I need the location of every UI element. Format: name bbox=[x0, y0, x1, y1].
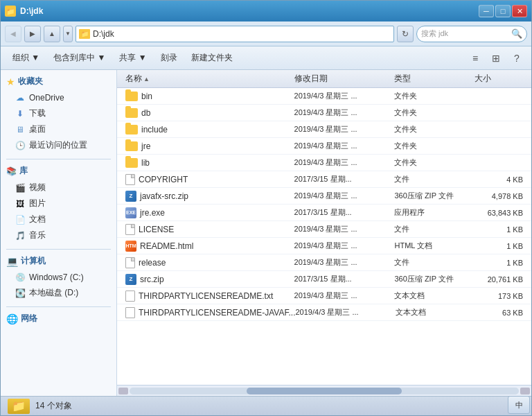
table-row[interactable]: HTM README.html 2019/4/3 星期三 ... HTML 文档… bbox=[117, 238, 531, 254]
close-button[interactable]: ✕ bbox=[512, 5, 527, 17]
back-button[interactable]: ◀ bbox=[5, 26, 21, 42]
sidebar-item-label: 下载 bbox=[29, 107, 46, 119]
favorites-header[interactable]: ★ 收藏夹 bbox=[1, 73, 116, 90]
maximize-button[interactable]: □ bbox=[495, 5, 511, 17]
include-library-button[interactable]: 包含到库中 ▼ bbox=[47, 49, 112, 67]
scroll-right-button[interactable] bbox=[520, 388, 530, 395]
star-icon: ★ bbox=[6, 76, 15, 87]
folder-icon bbox=[125, 158, 138, 168]
file-name-cell: db bbox=[120, 108, 294, 118]
table-row[interactable]: THIRDPARTYLICENSEREADME.txt 2019/4/3 星期三… bbox=[117, 288, 531, 304]
sidebar-item-c-drive[interactable]: 💿 Windows7 (C:) bbox=[1, 270, 116, 285]
table-row[interactable]: THIRDPARTYLICENSEREADME-JAVAF... 2019/4/… bbox=[117, 304, 531, 321]
file-name-cell: Z javafx-src.zip bbox=[120, 191, 294, 202]
sidebar-item-d-drive[interactable]: 💽 本地磁盘 (D:) bbox=[1, 285, 116, 301]
folder-icon bbox=[125, 108, 138, 118]
view-details-button[interactable]: ⊞ bbox=[487, 49, 505, 67]
minimize-button[interactable]: ─ bbox=[479, 5, 494, 17]
file-type: 文件夹 bbox=[394, 157, 475, 168]
search-icon[interactable]: 🔍 bbox=[511, 28, 522, 40]
sidebar-item-pictures[interactable]: 🖼 图片 bbox=[1, 196, 116, 211]
table-row[interactable]: jre 2019/4/3 星期三 ... 文件夹 bbox=[117, 138, 531, 155]
forward-button[interactable]: ▶ bbox=[24, 26, 41, 42]
up-button[interactable]: ▲ bbox=[44, 26, 60, 42]
window-icon: 📁 bbox=[5, 6, 16, 17]
table-row[interactable]: release 2019/4/3 星期三 ... 文件 1 KB bbox=[117, 254, 531, 271]
burn-button[interactable]: 刻录 bbox=[154, 49, 184, 67]
txt-icon bbox=[125, 291, 135, 302]
folder-icon bbox=[125, 125, 138, 135]
table-row[interactable]: LICENSE 2019/4/3 星期三 ... 文件 1 KB bbox=[117, 221, 531, 238]
input-method-indicator[interactable]: 中 bbox=[508, 396, 530, 414]
file-name-cell: bin bbox=[120, 92, 294, 101]
col-header-date[interactable]: 修改日期 bbox=[294, 73, 395, 85]
title-text: D:\jdk bbox=[20, 6, 43, 16]
scroll-thumb[interactable] bbox=[247, 388, 402, 395]
file-type: HTML 文档 bbox=[394, 241, 475, 251]
network-header[interactable]: 🌐 网络 bbox=[1, 310, 116, 327]
file-date: 2019/4/3 星期三 ... bbox=[294, 157, 395, 168]
file-name: LICENSE bbox=[139, 225, 174, 234]
refresh-button[interactable]: ↻ bbox=[397, 26, 414, 42]
scroll-left-button[interactable] bbox=[118, 388, 128, 395]
nav-dropdown-button[interactable]: ▼ bbox=[63, 26, 73, 42]
documents-icon: 📄 bbox=[15, 214, 26, 225]
col-header-type[interactable]: 类型 bbox=[394, 73, 475, 85]
search-wrap[interactable]: 搜索 jdk 🔍 bbox=[416, 26, 527, 42]
file-date: 2019/4/3 星期三 ... bbox=[294, 141, 395, 151]
help-button[interactable]: ? bbox=[508, 49, 526, 67]
table-row[interactable]: COPYRIGHT 2017/3/15 星期... 文件 4 KB bbox=[117, 171, 531, 188]
table-row[interactable]: include 2019/4/3 星期三 ... 文件夹 bbox=[117, 121, 531, 138]
divider bbox=[6, 249, 111, 250]
horizontal-scrollbar[interactable] bbox=[117, 385, 531, 396]
file-type: 文件 bbox=[394, 257, 475, 268]
file-type: 应用程序 bbox=[394, 207, 475, 218]
sidebar-item-documents[interactable]: 📄 文档 bbox=[1, 211, 116, 227]
new-folder-button[interactable]: 新建文件夹 bbox=[185, 49, 239, 67]
file-list-wrap: 名称 ▲ 修改日期 类型 大小 bin 2019/4/3 星期 bbox=[117, 70, 531, 396]
file-name-cell: EXE jre.exe bbox=[120, 207, 294, 218]
table-row[interactable]: lib 2019/4/3 星期三 ... 文件夹 bbox=[117, 155, 531, 171]
exe-icon: EXE bbox=[125, 207, 136, 218]
file-name: jre bbox=[141, 141, 150, 151]
search-placeholder: 搜索 jdk bbox=[421, 28, 508, 39]
view-options-button[interactable]: ≡ bbox=[466, 49, 484, 67]
sidebar-section-favorites: ★ 收藏夹 ☁ OneDrive ⬇ 下载 🖥 桌面 🕒 最近访问的位置 bbox=[1, 73, 116, 153]
file-name-cell: include bbox=[120, 125, 294, 135]
file-date: 2017/3/15 星期... bbox=[294, 274, 395, 284]
file-type: 文件夹 bbox=[394, 107, 475, 118]
file-date: 2019/4/3 星期三 ... bbox=[294, 224, 395, 234]
sidebar-item-label: 图片 bbox=[29, 198, 46, 209]
library-title: 库 bbox=[19, 165, 28, 177]
sidebar-item-music[interactable]: 🎵 音乐 bbox=[1, 227, 116, 243]
table-row[interactable]: db 2019/4/3 星期三 ... 文件夹 bbox=[117, 105, 531, 121]
table-row[interactable]: EXE jre.exe 2017/3/15 星期... 应用程序 63,843 … bbox=[117, 205, 531, 221]
organize-button[interactable]: 组织 ▼ bbox=[6, 49, 46, 67]
table-row[interactable]: Z javafx-src.zip 2019/4/3 星期三 ... 360压缩 … bbox=[117, 188, 531, 205]
sidebar-item-video[interactable]: 🎬 视频 bbox=[1, 180, 116, 196]
sidebar-item-desktop[interactable]: 🖥 桌面 bbox=[1, 121, 116, 137]
divider bbox=[6, 306, 111, 307]
table-row[interactable]: bin 2019/4/3 星期三 ... 文件夹 bbox=[117, 88, 531, 105]
sidebar-item-recent[interactable]: 🕒 最近访问的位置 bbox=[1, 137, 116, 153]
sidebar-item-onedrive[interactable]: ☁ OneDrive bbox=[1, 90, 116, 105]
drive-icon: 💽 bbox=[15, 288, 26, 299]
table-row[interactable]: Z src.zip 2017/3/15 星期... 360压缩 ZIP 文件 2… bbox=[117, 271, 531, 288]
computer-header[interactable]: 💻 计算机 bbox=[1, 252, 116, 270]
address-input-wrap[interactable]: 📁 D:\jdk bbox=[76, 26, 394, 42]
file-type: 文本文档 bbox=[396, 307, 475, 318]
music-icon: 🎵 bbox=[15, 230, 26, 241]
file-type: 文件夹 bbox=[394, 141, 475, 151]
file-name-cell: release bbox=[120, 257, 294, 268]
sidebar-item-label: 视频 bbox=[29, 182, 46, 193]
col-header-size[interactable]: 大小 bbox=[475, 73, 529, 85]
file-date: 2017/3/15 星期... bbox=[294, 207, 395, 218]
sidebar-item-label: 桌面 bbox=[29, 123, 46, 135]
share-button[interactable]: 共享 ▼ bbox=[113, 49, 152, 67]
status-folder-icon: 📁 bbox=[8, 399, 30, 414]
file-date: 2019/4/3 星期三 ... bbox=[295, 307, 395, 318]
pictures-icon: 🖼 bbox=[15, 198, 26, 209]
sidebar-item-downloads[interactable]: ⬇ 下载 bbox=[1, 105, 116, 121]
col-header-name[interactable]: 名称 ▲ bbox=[120, 73, 294, 85]
library-header[interactable]: 📚 库 bbox=[1, 162, 116, 180]
